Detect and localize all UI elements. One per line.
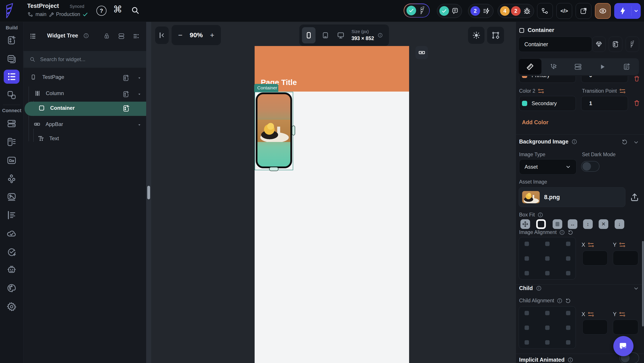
boxfit-fit-height-button[interactable]: ↕ [583, 219, 593, 229]
issues-badge[interactable]: 4 2 [498, 4, 534, 18]
branch-name[interactable]: main [36, 12, 46, 17]
panel-scrollbar[interactable] [642, 241, 644, 326]
sidebar-item-app-checks[interactable] [4, 245, 20, 259]
boxfit-fit-width-button[interactable]: ↔ [568, 219, 578, 229]
caret-down-icon[interactable] [137, 122, 142, 127]
panels-icon[interactable] [118, 33, 125, 40]
boxfit-none-button[interactable]: ✕ [599, 219, 608, 229]
info-icon[interactable] [572, 139, 577, 144]
container-widget[interactable] [256, 92, 292, 168]
device-phone-button[interactable] [302, 27, 316, 44]
run-button[interactable] [614, 3, 641, 19]
sidebar-item-integrations[interactable] [4, 172, 20, 186]
flutterflow-logo-icon[interactable] [4, 3, 16, 19]
tree-item-label[interactable]: Column [46, 90, 64, 96]
tab-interactions[interactable] [542, 58, 566, 75]
zoom-in-button[interactable]: + [210, 31, 214, 40]
help-button[interactable]: ? [96, 6, 106, 16]
image-align-x-input[interactable] [582, 250, 608, 266]
device-tablet-button[interactable] [318, 27, 332, 44]
lock-icon[interactable] [104, 33, 110, 39]
sidebar-item-page-selector[interactable] [4, 52, 20, 66]
environment-name[interactable]: Production [56, 12, 80, 17]
dark-mode-toggle[interactable] [581, 161, 600, 172]
expand-collapse-icon[interactable] [133, 33, 140, 40]
add-widget-button[interactable] [609, 36, 622, 52]
appbar-quick-button[interactable] [416, 46, 428, 59]
sidebar-item-custom-code[interactable] [4, 208, 20, 222]
tab-backend[interactable] [566, 58, 590, 75]
run-options-chevron-icon[interactable] [632, 8, 641, 14]
sidebar-item-cloud-functions[interactable] [4, 226, 20, 240]
tab-properties[interactable] [519, 59, 542, 75]
command-menu-button[interactable]: ⌘ [113, 4, 122, 15]
branch-row[interactable]: main Production [28, 12, 88, 17]
set-from-variable-icon[interactable] [588, 242, 594, 248]
view-code-button[interactable]: </> [556, 3, 572, 19]
reset-alignment-icon[interactable] [568, 230, 573, 235]
sidebar-item-theme[interactable] [4, 281, 20, 295]
gradient-color2-field[interactable]: Secondary [519, 96, 576, 111]
tab-tests[interactable] [615, 58, 639, 75]
widget-name-input[interactable] [524, 41, 586, 48]
caret-down-icon[interactable] [137, 76, 142, 80]
image-type-dropdown[interactable]: Asset [519, 159, 576, 174]
collapse-section-chevron-icon[interactable] [633, 286, 639, 292]
info-icon[interactable] [83, 33, 89, 38]
delete-color1-icon[interactable] [634, 76, 640, 82]
tree-row-container[interactable]: Container [38, 105, 75, 111]
transition-point1-field[interactable]: 0 [581, 76, 628, 83]
branch-tool-button[interactable] [537, 3, 553, 19]
child-align-x-input[interactable] [582, 320, 608, 334]
sidebar-item-media-assets[interactable] [4, 190, 20, 204]
set-from-variable-icon[interactable] [619, 242, 625, 248]
actions-badge[interactable]: 2 [468, 4, 494, 18]
size-value[interactable]: 393 × 852 [352, 36, 374, 42]
tree-row-column[interactable]: Column [34, 90, 64, 96]
transition-point2-field[interactable]: 1 [581, 96, 628, 111]
info-icon[interactable] [536, 286, 542, 291]
resize-handle-right[interactable] [292, 126, 295, 136]
collapse-panel-button[interactable] [155, 26, 169, 44]
convert-to-component-button[interactable] [626, 36, 639, 52]
child-alignment-grid[interactable] [519, 306, 576, 349]
panel-resize-strip[interactable] [146, 22, 151, 363]
child-section-header[interactable]: Child [519, 285, 542, 291]
sidebar-item-widget-tree[interactable] [4, 70, 20, 84]
add-widget-icon[interactable] [122, 105, 130, 112]
tree-row-testpage[interactable]: TestPage [30, 74, 64, 80]
light-dark-toggle-button[interactable] [468, 27, 484, 44]
search-input[interactable] [40, 56, 132, 62]
search-button[interactable] [131, 6, 139, 14]
widget-search[interactable] [24, 51, 146, 68]
add-color-link[interactable]: Add Color [522, 119, 548, 126]
info-icon[interactable] [559, 230, 565, 235]
gradient-color1-field[interactable]: Primary [519, 76, 576, 83]
sidebar-item-storage[interactable] [4, 153, 20, 167]
reset-alignment-icon[interactable] [565, 298, 571, 304]
panel-resize-handle[interactable] [147, 186, 150, 199]
set-from-variable-icon[interactable] [588, 312, 594, 317]
theme-style-button[interactable] [592, 36, 606, 52]
widget-name-field[interactable] [518, 36, 592, 52]
sidebar-item-data-types[interactable] [4, 135, 20, 149]
properties-scroll-area[interactable]: Primary 0 Color 2 Transition Point Secon… [516, 76, 644, 363]
sidebar-item-settings[interactable] [4, 300, 20, 314]
boxfit-cover-button[interactable] [553, 219, 562, 229]
image-alignment-grid[interactable] [519, 237, 576, 280]
background-image-header[interactable]: Background Image [519, 138, 577, 145]
image-align-y-input[interactable] [613, 250, 638, 266]
sidebar-item-components[interactable] [4, 88, 20, 102]
add-widget-icon[interactable] [122, 74, 130, 82]
tree-item-label[interactable]: Text [49, 136, 59, 142]
upload-icon[interactable] [630, 192, 639, 202]
tree-row-text[interactable]: Text [38, 136, 59, 142]
info-icon[interactable] [378, 33, 383, 38]
ai-review-badge[interactable] [404, 4, 430, 18]
set-from-variable-icon[interactable] [538, 88, 544, 94]
sidebar-item-database[interactable] [4, 116, 20, 130]
child-align-y-input[interactable] [613, 320, 638, 334]
preview-button[interactable] [595, 3, 611, 19]
boxfit-contain-button[interactable] [536, 219, 546, 229]
info-icon[interactable] [568, 357, 573, 363]
